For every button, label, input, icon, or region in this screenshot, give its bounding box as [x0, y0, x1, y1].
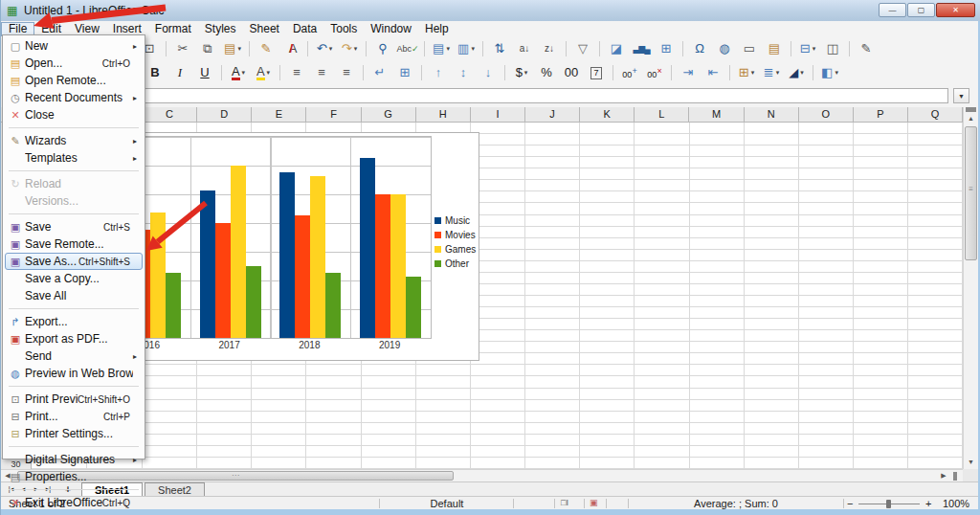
increase-indent-button[interactable]: ⇥: [677, 63, 700, 83]
split-window-button[interactable]: ◫: [821, 38, 844, 58]
vertical-scroll-thumb[interactable]: [965, 126, 977, 260]
scroll-up-icon[interactable]: ▲: [964, 113, 978, 124]
insert-chart-button[interactable]: ▃▆▄: [630, 38, 653, 58]
undo-button[interactable]: ↶▾: [313, 38, 336, 58]
menubar-item-window[interactable]: Window: [364, 22, 418, 36]
file-menu-item-save-remote[interactable]: ▣Save Remote...: [5, 235, 143, 253]
file-menu-item-preview-in-web-browser[interactable]: ◍Preview in Web Browser: [5, 365, 143, 382]
format-currency-button[interactable]: $▾: [510, 63, 533, 83]
formula-bar-expand-icon[interactable]: ▼: [953, 88, 969, 103]
pivot-table-button[interactable]: ⊞: [655, 38, 678, 58]
paste-dropdown-icon[interactable]: ▾: [237, 45, 241, 53]
bold-button[interactable]: B: [144, 63, 167, 83]
highlight-color-dropdown-icon[interactable]: ▾: [267, 69, 271, 77]
file-menu-item-export[interactable]: ↱Export...: [5, 313, 143, 330]
file-menu-item-export-as-pdf[interactable]: ▣Export as PDF...: [5, 330, 143, 347]
sort-descending-button[interactable]: z↓: [538, 38, 561, 58]
column-header-I[interactable]: I: [471, 107, 525, 122]
menubar-item-sheet[interactable]: Sheet: [243, 22, 286, 36]
scroll-down-icon[interactable]: ▼: [964, 457, 978, 468]
decrease-indent-button[interactable]: ⇤: [702, 63, 724, 83]
undo-dropdown-icon[interactable]: ▾: [329, 45, 333, 53]
format-currency-dropdown-icon[interactable]: ▾: [524, 69, 528, 77]
file-menu-item-save[interactable]: ▣SaveCtrl+S: [5, 218, 143, 235]
column-dropdown-icon[interactable]: ▾: [471, 45, 475, 53]
file-menu-item-templates[interactable]: Templates▸: [5, 149, 143, 167]
column-header-H[interactable]: H: [416, 107, 471, 122]
vertical-split-handle[interactable]: [966, 107, 976, 112]
file-menu-item-open-remote[interactable]: ▤Open Remote...: [5, 72, 143, 89]
column-header-N[interactable]: N: [745, 107, 799, 122]
headers-footers-button[interactable]: ▤: [763, 38, 786, 58]
horizontal-split-handle[interactable]: [953, 472, 957, 481]
draw-functions-button[interactable]: ✎: [855, 38, 878, 58]
highlight-color-button[interactable]: A▾: [252, 63, 275, 83]
file-menu-item-send[interactable]: Send▸: [5, 347, 143, 365]
paste-button[interactable]: ▤▾: [221, 38, 244, 58]
row-button[interactable]: ▤▾: [430, 38, 453, 58]
format-number-button[interactable]: 00: [560, 63, 583, 83]
page-style-status[interactable]: Default: [381, 498, 513, 509]
column-button[interactable]: ▥▾: [455, 38, 478, 58]
file-menu-item-save-as[interactable]: ▣Save As...Ctrl+Shift+S: [5, 253, 143, 270]
format-percent-button[interactable]: %: [535, 63, 558, 83]
menubar-item-data[interactable]: Data: [286, 22, 323, 36]
column-header-E[interactable]: E: [252, 107, 306, 122]
embedded-chart[interactable]: 2016201720182019 MusicMoviesGamesOther: [97, 132, 479, 361]
column-header-G[interactable]: G: [362, 107, 416, 122]
file-menu-item-wizards[interactable]: ✎Wizards▸: [5, 132, 143, 149]
file-menu-item-print[interactable]: ⊟Print...Ctrl+P: [5, 408, 143, 425]
file-menu-item-recent-documents[interactable]: ◷Recent Documents▸: [5, 89, 143, 106]
zoom-in-button[interactable]: +: [925, 498, 931, 509]
border-color-button[interactable]: ◢▾: [785, 63, 808, 83]
column-header-L[interactable]: L: [635, 107, 689, 122]
freeze-panes-dropdown-icon[interactable]: ▾: [813, 45, 816, 53]
column-header-O[interactable]: O: [799, 107, 854, 122]
maximize-button[interactable]: ▢: [907, 3, 935, 17]
column-header-D[interactable]: D: [197, 107, 252, 122]
comment-button[interactable]: ▭: [738, 38, 761, 58]
scroll-right-icon[interactable]: ▶: [938, 470, 949, 481]
formula-input[interactable]: [108, 88, 948, 103]
delete-decimal-button[interactable]: 00: [643, 63, 666, 83]
font-color-button[interactable]: A▾: [227, 63, 250, 83]
file-menu-item-print-preview[interactable]: ⊡Print PreviewCtrl+Shift+O: [5, 391, 143, 408]
align-bottom-button[interactable]: ↓: [477, 63, 500, 83]
copy-button[interactable]: ⧉: [196, 38, 219, 58]
zoom-slider-thumb[interactable]: [886, 500, 891, 508]
redo-button[interactable]: ↷▾: [338, 38, 361, 58]
center-vertically-button[interactable]: ↕: [452, 63, 475, 83]
column-header-Q[interactable]: Q: [908, 107, 963, 122]
underline-button[interactable]: U: [193, 63, 216, 83]
hyperlink-button[interactable]: ◍: [713, 38, 736, 58]
italic-button[interactable]: I: [168, 63, 191, 83]
file-menu-item-save-all[interactable]: Save All: [5, 287, 143, 304]
file-menu-item-printer-settings[interactable]: ⊟Printer Settings...: [5, 425, 143, 442]
border-style-button[interactable]: ≣▾: [760, 63, 783, 83]
align-right-button[interactable]: ≡: [335, 63, 358, 83]
file-menu-item-exit-libreoffice[interactable]: ✕Exit LibreOfficeCtrl+Q: [5, 494, 143, 511]
minimize-button[interactable]: —: [879, 3, 906, 17]
find-replace-button[interactable]: ⚲: [371, 38, 394, 58]
conditional-formatting-button[interactable]: ◧▾: [818, 63, 841, 83]
document-modified-icon[interactable]: ▣: [590, 498, 598, 507]
file-menu-item-digital-signatures[interactable]: Digital Signatures▸: [5, 451, 143, 468]
zoom-level-status[interactable]: 100%: [943, 498, 969, 509]
horizontal-scrollbar[interactable]: ◀ ⋯ ▶: [1, 469, 963, 481]
selection-summary-status[interactable]: Average: ; Sum: 0: [630, 498, 842, 509]
border-color-dropdown-icon[interactable]: ▾: [800, 69, 804, 77]
menubar-item-styles[interactable]: Styles: [198, 22, 243, 36]
vertical-scrollbar[interactable]: ▲ ▼: [963, 107, 978, 469]
file-menu-item-new[interactable]: ▢New▸: [5, 37, 143, 55]
clear-formatting-button[interactable]: A: [279, 38, 302, 58]
font-color-dropdown-icon[interactable]: ▾: [242, 69, 246, 77]
column-header-M[interactable]: M: [689, 107, 744, 122]
column-header-K[interactable]: K: [580, 107, 635, 122]
close-button[interactable]: ✕: [936, 3, 975, 17]
insert-mode-icon[interactable]: □I: [561, 498, 568, 507]
menubar-item-format[interactable]: Format: [148, 22, 198, 36]
sort-ascending-button[interactable]: a↓: [513, 38, 536, 58]
align-left-button[interactable]: ≡: [285, 63, 308, 83]
menubar-item-tools[interactable]: Tools: [323, 22, 364, 36]
add-decimal-button[interactable]: 00: [618, 63, 641, 83]
